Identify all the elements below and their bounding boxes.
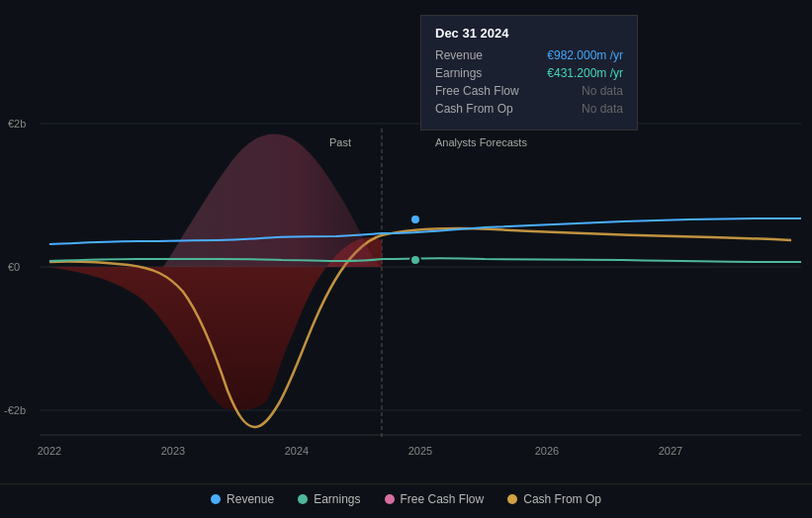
svg-text:2022: 2022 [38,445,61,457]
tooltip-label-cfo: Cash From Op [435,102,513,116]
legend-item-fcf[interactable]: Free Cash Flow [385,492,485,506]
legend-label-cfo: Cash From Op [523,492,601,506]
svg-text:Analysts Forecasts: Analysts Forecasts [435,136,527,148]
svg-text:2024: 2024 [285,445,309,457]
legend-item-cfo[interactable]: Cash From Op [507,492,601,506]
svg-text:2025: 2025 [408,445,432,457]
tooltip-value-fcf: No data [582,84,623,98]
tooltip-row-earnings: Earnings €431.200m /yr [435,66,623,80]
svg-point-8 [410,215,420,224]
fcf-dot [385,494,395,504]
tooltip-row-cfo: Cash From Op No data [435,102,623,116]
tooltip: Dec 31 2024 Revenue €982.000m /yr Earnin… [420,15,638,130]
legend-label-fcf: Free Cash Flow [401,492,485,506]
earnings-dot [298,494,308,504]
tooltip-value-cfo: No data [582,102,623,116]
tooltip-value-earnings: €431.200m /yr [547,66,623,80]
svg-point-9 [410,255,420,265]
revenue-dot [211,494,221,504]
svg-text:2023: 2023 [161,445,185,457]
svg-text:2027: 2027 [659,445,682,457]
svg-text:2026: 2026 [535,445,559,457]
tooltip-label-revenue: Revenue [435,48,483,62]
legend-label-earnings: Earnings [314,492,360,506]
chart-container: Past Analysts Forecasts [0,0,812,518]
svg-text:€2b: €2b [8,118,26,130]
tooltip-value-revenue: €982.000m /yr [547,48,623,62]
cfo-dot [507,494,517,504]
legend-label-revenue: Revenue [226,492,274,506]
svg-text:€0: €0 [8,261,20,273]
tooltip-row-fcf: Free Cash Flow No data [435,84,623,98]
legend-item-earnings[interactable]: Earnings [298,492,360,506]
tooltip-row-revenue: Revenue €982.000m /yr [435,48,623,62]
tooltip-label-fcf: Free Cash Flow [435,84,519,98]
tooltip-label-earnings: Earnings [435,66,482,80]
chart-svg: Past Analysts Forecasts [0,0,812,475]
chart-legend: Revenue Earnings Free Cash Flow Cash Fro… [0,483,812,514]
svg-text:Past: Past [329,136,351,148]
legend-item-revenue[interactable]: Revenue [211,492,274,506]
svg-text:-€2b: -€2b [4,404,26,416]
tooltip-date: Dec 31 2024 [435,26,623,41]
